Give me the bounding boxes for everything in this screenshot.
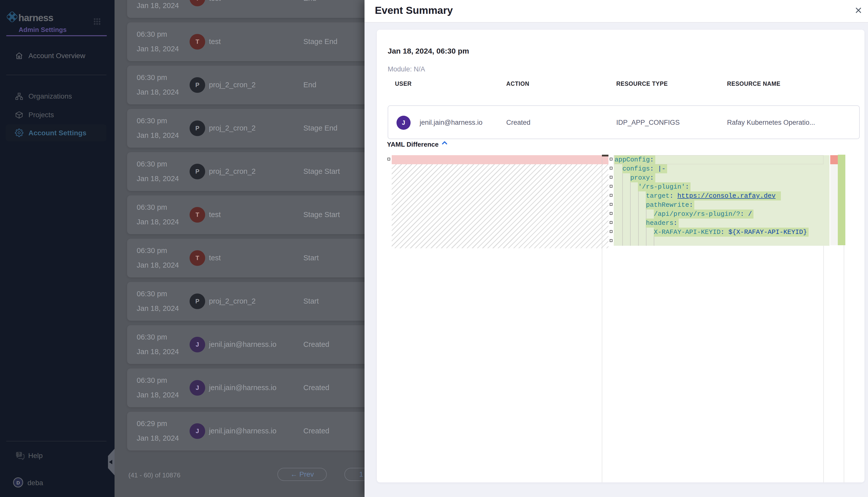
- svg-text:?: ?: [18, 452, 20, 457]
